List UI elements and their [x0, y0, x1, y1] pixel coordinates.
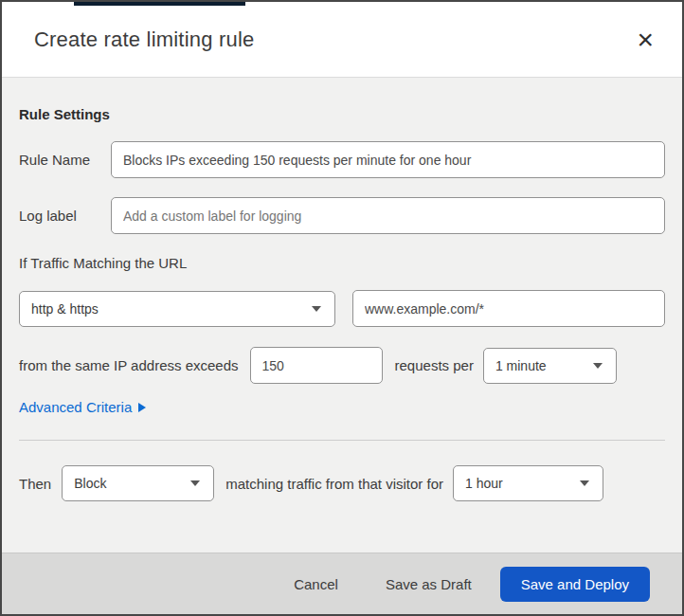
create-rate-limiting-rule-modal: { "modal": { "title": "Create rate limit… [0, 0, 684, 616]
chevron-down-icon [593, 363, 603, 369]
rule-settings-heading: Rule Settings [19, 106, 665, 122]
log-label-row: Log label [19, 197, 665, 234]
section-divider [19, 440, 665, 441]
then-middle-text: matching traffic from that visitor for [225, 476, 443, 492]
url-pattern-input[interactable] [352, 290, 665, 327]
modal-title: Create rate limiting rule [34, 27, 254, 52]
then-label: Then [19, 476, 51, 492]
modal-header: Create rate limiting rule × [2, 2, 682, 78]
modal-body: Rule Settings Rule Name Log label If Tra… [2, 78, 682, 501]
url-match-row: http & https [19, 290, 665, 327]
log-label-input[interactable] [111, 197, 665, 234]
traffic-match-heading: If Traffic Matching the URL [19, 255, 665, 271]
cancel-button[interactable]: Cancel [290, 571, 342, 598]
threshold-row: from the same IP address exceeds request… [19, 347, 665, 384]
background-page-accent-bar [74, 2, 245, 6]
advanced-criteria-label: Advanced Criteria [19, 399, 132, 415]
duration-select-value: 1 hour [465, 476, 503, 491]
action-select-value: Block [74, 476, 106, 491]
chevron-down-icon [190, 480, 200, 486]
duration-select[interactable]: 1 hour [453, 465, 603, 501]
request-count-input[interactable] [250, 347, 383, 384]
action-select[interactable]: Block [62, 465, 214, 501]
save-and-deploy-button[interactable]: Save and Deploy [500, 567, 650, 602]
threshold-prefix-text: from the same IP address exceeds [19, 357, 239, 373]
rule-name-row: Rule Name [19, 141, 665, 178]
log-label-label: Log label [19, 208, 111, 224]
then-row: Then Block matching traffic from that vi… [19, 465, 665, 501]
save-as-draft-button[interactable]: Save as Draft [382, 571, 476, 598]
advanced-criteria-link[interactable]: Advanced Criteria [19, 399, 146, 415]
period-select[interactable]: 1 minute [483, 348, 617, 384]
scheme-select-value: http & https [31, 301, 99, 317]
threshold-middle-text: requests per [395, 357, 474, 373]
chevron-right-icon [138, 403, 146, 412]
rule-name-input[interactable] [111, 141, 665, 178]
chevron-down-icon [312, 306, 321, 312]
period-select-value: 1 minute [495, 358, 547, 373]
chevron-down-icon [580, 480, 589, 486]
modal-footer: Cancel Save as Draft Save and Deploy [2, 553, 682, 614]
rule-name-label: Rule Name [19, 152, 111, 168]
close-icon[interactable]: × [633, 30, 657, 49]
scheme-select[interactable]: http & https [19, 291, 335, 327]
